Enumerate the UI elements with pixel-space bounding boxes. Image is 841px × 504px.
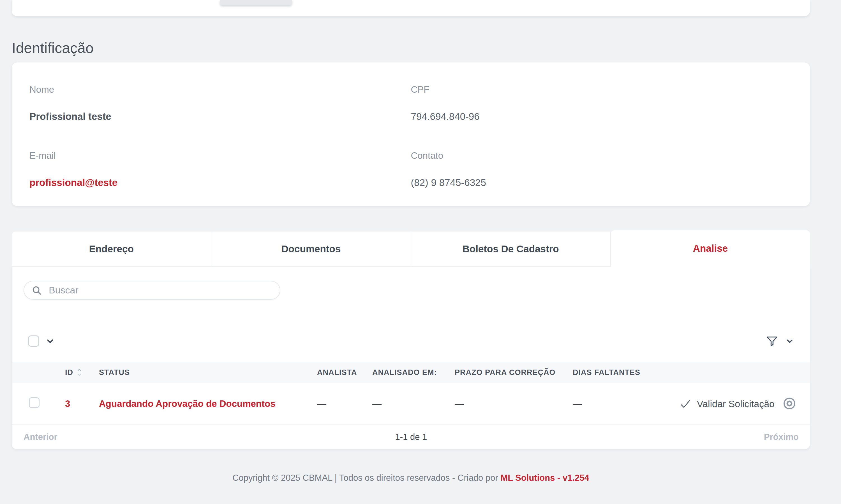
- header-analista: ANALISTA: [317, 368, 372, 377]
- identification-card: Nome Profissional teste CPF 794.694.840-…: [12, 62, 810, 206]
- row-dias-value: —: [573, 398, 665, 409]
- pagination-info: 1-1 de 1: [108, 432, 715, 442]
- row-checkbox[interactable]: [29, 397, 39, 408]
- page-title: Identificação: [12, 39, 810, 56]
- field-cpf: CPF 794.694.840-96: [411, 84, 792, 122]
- select-all-checkbox[interactable]: [28, 336, 39, 347]
- row-id-link[interactable]: 3: [65, 398, 70, 409]
- contato-value: (82) 9 8745-6325: [411, 177, 792, 188]
- header-prazo-para-correcao: PRAZO PARA CORREÇÃO: [455, 368, 573, 377]
- search-bar: [23, 281, 280, 300]
- cpf-value: 794.694.840-96: [411, 111, 792, 122]
- filter-chevron-down-icon[interactable]: [785, 337, 794, 345]
- tab-boletos-de-cadastro[interactable]: Boletos De Cadastro: [411, 232, 611, 267]
- footer-copyright-text: Copyright © 2025 CBMAL | Todos os direit…: [233, 473, 500, 483]
- header-id[interactable]: ID: [65, 367, 99, 377]
- pagination-next-button[interactable]: Próximo: [715, 432, 799, 442]
- tab-bar: Endereço Documentos Boletos De Cadastro …: [12, 230, 810, 267]
- filter-funnel-icon[interactable]: [766, 335, 778, 347]
- field-email: E-mail profissional@teste: [30, 150, 411, 188]
- header-id-label: ID: [65, 368, 73, 377]
- footer-brand-link[interactable]: ML Solutions - v1.254: [500, 473, 589, 483]
- tab-endereco[interactable]: Endereço: [12, 232, 211, 267]
- cutoff-button-fragment: [220, 0, 292, 5]
- nome-label: Nome: [30, 84, 411, 95]
- row-prazo-value: —: [455, 398, 573, 409]
- header-analisado-em: ANALISADO EM:: [372, 368, 455, 377]
- validate-request-button[interactable]: Validar Solicitação: [677, 397, 776, 410]
- list-controls: [12, 336, 810, 347]
- row-status-link[interactable]: Aguardando Aprovação de Documentos: [99, 398, 276, 409]
- page-container: Identificação Nome Profissional teste CP…: [12, 0, 810, 483]
- field-contato: Contato (82) 9 8745-6325: [411, 150, 792, 188]
- top-cutoff-card: [12, 0, 810, 16]
- nome-value: Profissional teste: [30, 111, 411, 122]
- email-value[interactable]: profissional@teste: [30, 177, 411, 188]
- table-row: 3 Aguardando Aprovação de Documentos — —…: [12, 383, 810, 425]
- footer: Copyright © 2025 CBMAL | Todos os direit…: [12, 473, 810, 483]
- select-options-chevron-down-icon[interactable]: [46, 336, 55, 346]
- eye-icon: [783, 396, 796, 411]
- search-icon: [31, 285, 42, 296]
- checkmark-icon: [679, 398, 691, 410]
- pagination-previous-button[interactable]: Anterior: [23, 432, 108, 442]
- header-status: STATUS: [99, 368, 317, 377]
- row-analisado-em-value: —: [372, 398, 455, 409]
- row-analista-value: —: [317, 398, 372, 409]
- sort-chevrons-icon: [76, 367, 82, 377]
- field-nome: Nome Profissional teste: [30, 84, 411, 122]
- cpf-label: CPF: [411, 84, 792, 95]
- analise-tab-panel: ID STATUS ANALISTA ANALISADO EM: PRAZO P…: [12, 267, 810, 449]
- tab-documentos[interactable]: Documentos: [211, 232, 411, 267]
- pagination-bar: Anterior 1-1 de 1 Próximo: [12, 425, 810, 449]
- table-header-row: ID STATUS ANALISTA ANALISADO EM: PRAZO P…: [12, 362, 810, 383]
- view-details-button[interactable]: [783, 396, 796, 411]
- search-input[interactable]: [48, 282, 280, 299]
- validate-request-label: Validar Solicitação: [697, 398, 775, 409]
- email-label: E-mail: [30, 150, 411, 161]
- header-dias-faltantes: DIAS FALTANTES: [573, 368, 665, 377]
- tab-analise[interactable]: Analise: [611, 230, 810, 267]
- contato-label: Contato: [411, 150, 792, 161]
